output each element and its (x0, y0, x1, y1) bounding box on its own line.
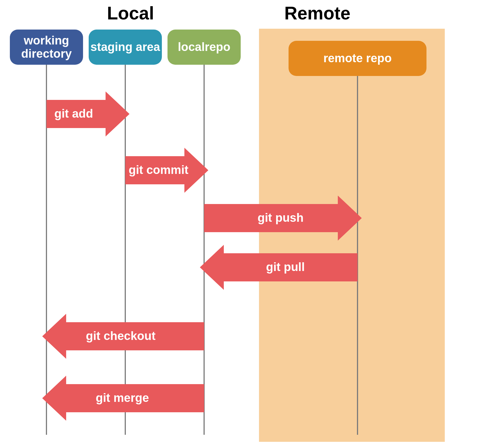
arrow-label: git pull (266, 260, 305, 274)
lane-local-repo: localrepo (167, 30, 241, 65)
section-title-remote: Remote (284, 3, 350, 24)
lane-working-directory: working directory (10, 30, 83, 65)
arrow-git-merge: git merge (42, 376, 204, 421)
arrow-git-commit: git commit (125, 148, 208, 193)
arrow-git-add: git add (46, 91, 129, 136)
arrow-label: git push (258, 211, 303, 225)
arrow-label: git merge (96, 391, 149, 405)
arrow-label: git commit (129, 163, 188, 177)
lane-remote-repo: remote repo (289, 41, 426, 76)
lane-label: remote repo (323, 52, 392, 65)
arrow-git-checkout: git checkout (42, 314, 204, 359)
arrow-git-pull: git pull (200, 245, 358, 290)
arrow-label: git add (54, 107, 93, 120)
arrow-label: git checkout (86, 329, 155, 343)
lane-label: staging area (90, 41, 160, 53)
lane-staging-area: staging area (89, 30, 162, 65)
section-title-local: Local (107, 3, 154, 24)
lane-label: working directory (10, 34, 83, 60)
lane-label: localrepo (178, 41, 231, 53)
arrow-git-push: git push (204, 196, 362, 241)
